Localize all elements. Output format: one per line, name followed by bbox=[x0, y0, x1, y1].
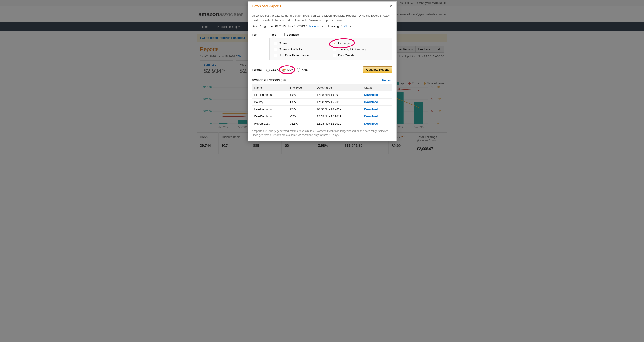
orders-checkbox[interactable]: Orders bbox=[274, 42, 329, 45]
date-range-filter[interactable]: Date Range: Jan 01 2019 - Nov 15 2019 / … bbox=[252, 25, 324, 28]
download-link[interactable]: Download bbox=[364, 93, 378, 96]
modal-overlay: Download Reports × Once you set the date… bbox=[0, 0, 644, 154]
table-row: Fee-EarningsCSV16:40 Nov 16 2019Download bbox=[252, 106, 392, 113]
col-status: Status bbox=[362, 84, 392, 91]
for-label: For: bbox=[252, 33, 261, 36]
table-row: BountyCSV17:08 Nov 16 2019Download bbox=[252, 98, 392, 106]
bounties-tab[interactable]: Bounties bbox=[281, 33, 299, 36]
col-name: Name bbox=[252, 84, 288, 91]
table-row: Fee-EarningsCSV12:09 Nov 12 2019Download bbox=[252, 113, 392, 120]
earnings-checkbox[interactable]: Earnings bbox=[333, 42, 388, 45]
download-link[interactable]: Download bbox=[364, 107, 378, 111]
format-label: Format: bbox=[252, 68, 262, 71]
refresh-link[interactable]: Refresh bbox=[382, 79, 392, 82]
table-row: Fee-EarningsCSV17:08 Nov 16 2019Download bbox=[252, 91, 392, 98]
reports-table: Name File Type Date Added Status Fee-Ear… bbox=[252, 84, 392, 127]
download-reports-modal: Download Reports × Once you set the date… bbox=[248, 1, 396, 141]
available-reports-title: Available Reports ( 20 ) bbox=[252, 78, 288, 82]
modal-footnote: *Reports are usually generated within a … bbox=[252, 127, 392, 141]
download-link[interactable]: Download bbox=[364, 100, 378, 104]
col-type: File Type bbox=[288, 84, 314, 91]
link-type-checkbox[interactable]: Link Type Performance bbox=[274, 54, 329, 57]
csv-radio[interactable]: CSV bbox=[282, 68, 293, 72]
xml-radio[interactable]: XML bbox=[297, 68, 308, 72]
daily-trends-checkbox[interactable]: Daily Trends bbox=[333, 54, 388, 57]
tracking-summary-checkbox[interactable]: Tracking ID Summary bbox=[333, 48, 388, 51]
download-link[interactable]: Download bbox=[364, 122, 378, 125]
table-row: Report-DataXLSX12:08 Nov 12 2019Download bbox=[252, 120, 392, 127]
bounties-checkbox[interactable] bbox=[281, 33, 284, 36]
close-icon[interactable]: × bbox=[390, 4, 392, 9]
fees-tab[interactable]: Fees bbox=[270, 33, 276, 36]
download-link[interactable]: Download bbox=[364, 115, 378, 118]
modal-description: Once you set the date range and other fi… bbox=[252, 14, 392, 22]
tracking-id-filter[interactable]: Tracking ID: All bbox=[328, 25, 351, 28]
col-date: Date Added bbox=[314, 84, 362, 91]
modal-title: Download Reports bbox=[252, 4, 282, 8]
generate-reports-button[interactable]: Generate Reports bbox=[363, 66, 392, 73]
xlsx-radio[interactable]: XLSX bbox=[266, 68, 278, 72]
orders-clicks-checkbox[interactable]: Orders with Clicks bbox=[274, 48, 329, 51]
